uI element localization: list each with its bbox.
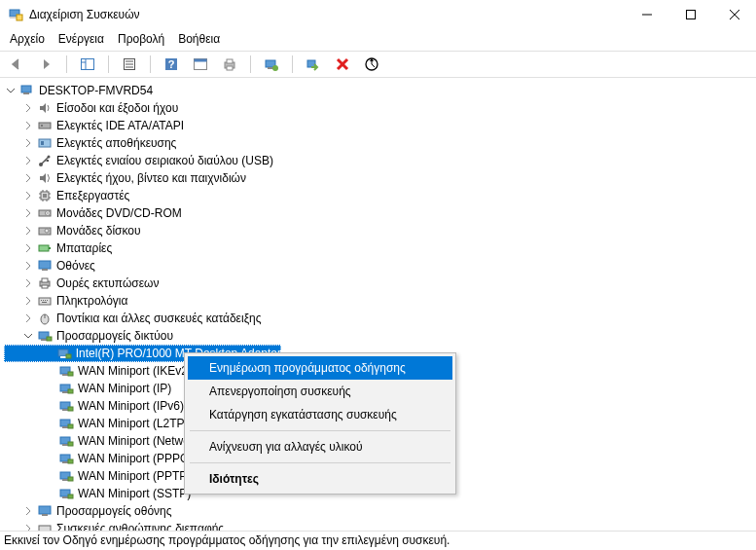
uninstall-device-button[interactable] xyxy=(332,54,353,75)
device-label: WAN Miniport (PPPOE) xyxy=(78,450,200,467)
close-button[interactable] xyxy=(712,0,756,29)
battery-icon xyxy=(37,240,53,256)
svg-rect-77 xyxy=(62,391,68,393)
category-ide[interactable]: Ελεγκτές IDE ATA/ATAPI xyxy=(4,117,752,134)
expand-icon[interactable] xyxy=(21,224,35,238)
device-label: WAN Miniport (SSTP) xyxy=(78,485,191,502)
svg-rect-87 xyxy=(68,442,73,446)
category-audio-io[interactable]: Είσοδοι και έξοδοι ήχου xyxy=(4,99,752,117)
context-scan-hardware[interactable]: Ανίχνευση για αλλαγές υλικού xyxy=(188,435,452,458)
category-storage[interactable]: Ελεγκτές αποθήκευσης xyxy=(4,134,752,152)
show-hide-tree-button[interactable] xyxy=(77,54,98,75)
category-print-queues[interactable]: Ουρές εκτυπώσεων xyxy=(4,275,752,292)
svg-rect-69 xyxy=(47,337,52,341)
toolbar: ? xyxy=(0,51,756,78)
print-button[interactable] xyxy=(219,54,240,75)
expand-icon[interactable] xyxy=(21,189,35,202)
collapse-icon[interactable] xyxy=(4,84,18,97)
category-label: Ελεγκτές ήχου, βίντεο και παιχνιδιών xyxy=(56,169,246,187)
scan-hardware-button[interactable] xyxy=(361,54,382,75)
category-keyboard[interactable]: Πληκτρολόγια xyxy=(4,292,752,310)
category-sound[interactable]: Ελεγκτές ήχου, βίντεο και παιχνιδιών xyxy=(4,169,752,187)
svg-rect-29 xyxy=(23,92,29,94)
category-network[interactable]: Προσαρμογείς δικτύου xyxy=(4,327,752,345)
usb-icon xyxy=(37,153,53,168)
enable-device-button[interactable] xyxy=(303,54,324,75)
expand-icon[interactable] xyxy=(21,504,35,518)
forward-button[interactable] xyxy=(35,54,56,75)
tree-root[interactable]: DESKTOP-FMVRD54 xyxy=(4,82,752,99)
menu-view[interactable]: Προβολή xyxy=(118,32,164,46)
svg-rect-97 xyxy=(39,506,51,514)
expand-icon[interactable] xyxy=(21,259,35,273)
toolbar-separator xyxy=(150,55,151,73)
expand-icon[interactable] xyxy=(21,206,35,220)
cpu-icon xyxy=(37,188,53,203)
keyboard-icon xyxy=(37,293,53,309)
svg-rect-24 xyxy=(307,60,315,67)
expand-icon[interactable] xyxy=(21,119,35,132)
svg-rect-98 xyxy=(42,514,48,516)
collapse-icon[interactable] xyxy=(21,329,35,343)
category-dvd[interactable]: Μονάδες DVD/CD-ROM xyxy=(4,204,752,222)
svg-rect-57 xyxy=(42,278,48,282)
context-item-label: Απενεργοποίηση συσκευής xyxy=(209,385,351,398)
context-update-driver[interactable]: Ενημέρωση προγράμματος οδήγησης xyxy=(188,356,452,380)
category-monitor[interactable]: Οθόνες xyxy=(4,257,752,275)
category-disk[interactable]: Μονάδες δίσκου xyxy=(4,222,752,239)
context-properties[interactable]: Ιδιότητες xyxy=(188,467,452,491)
svg-rect-52 xyxy=(39,245,49,251)
expand-icon[interactable] xyxy=(21,312,35,325)
minimize-button[interactable] xyxy=(625,0,668,29)
tree-root-label: DESKTOP-FMVRD54 xyxy=(39,82,153,99)
computer-icon xyxy=(19,83,35,98)
svg-rect-36 xyxy=(47,160,49,162)
menu-file[interactable]: Αρχείο xyxy=(10,32,45,46)
network-adapter-icon xyxy=(58,486,74,501)
svg-rect-7 xyxy=(82,59,94,70)
category-usb[interactable]: Ελεγκτές ενιαίου σειριακού διαύλου (USB) xyxy=(4,152,752,169)
category-label: Επεξεργαστές xyxy=(56,187,129,204)
svg-point-51 xyxy=(45,229,49,233)
context-disable-device[interactable]: Απενεργοποίηση συσκευής xyxy=(188,380,452,403)
device-label: WAN Miniport (IPv6) xyxy=(78,397,184,415)
expand-icon[interactable] xyxy=(21,276,35,290)
category-label: Μονάδες DVD/CD-ROM xyxy=(56,204,182,222)
svg-rect-4 xyxy=(686,11,695,19)
expand-icon[interactable] xyxy=(21,101,35,115)
category-cpu[interactable]: Επεξεργαστές xyxy=(4,187,752,204)
category-mouse[interactable]: Ποντίκια και άλλες συσκευές κατάδειξης xyxy=(4,310,752,327)
titlebar: Διαχείριση Συσκευών xyxy=(0,0,756,29)
device-label: WAN Miniport (PPTP) xyxy=(78,467,191,485)
svg-rect-28 xyxy=(21,86,31,92)
category-label: Ποντίκια και άλλες συσκευές κατάδειξης xyxy=(56,310,261,327)
svg-rect-84 xyxy=(68,424,73,428)
category-label: Μπαταρίες xyxy=(56,239,112,257)
expand-icon[interactable] xyxy=(21,241,35,255)
expand-icon[interactable] xyxy=(21,294,35,308)
properties-button[interactable] xyxy=(119,54,140,75)
category-display[interactable]: Προσαρμογείς οθόνης xyxy=(4,502,752,520)
expand-icon[interactable] xyxy=(21,154,35,167)
monitor-icon xyxy=(37,258,53,274)
expand-icon[interactable] xyxy=(21,136,35,150)
svg-rect-38 xyxy=(43,194,47,198)
action-button[interactable] xyxy=(190,54,211,75)
svg-rect-62 xyxy=(45,300,46,301)
category-battery[interactable]: Μπαταρίες xyxy=(4,239,752,257)
svg-rect-61 xyxy=(43,300,44,301)
update-driver-button[interactable] xyxy=(261,54,282,75)
menu-help[interactable]: Βοήθεια xyxy=(178,32,220,46)
menu-action[interactable]: Ενέργεια xyxy=(58,32,104,46)
svg-rect-63 xyxy=(47,300,48,301)
svg-rect-80 xyxy=(62,409,68,411)
back-button[interactable] xyxy=(6,54,27,75)
expand-icon[interactable] xyxy=(21,171,35,185)
category-label: Οθόνες xyxy=(56,257,95,275)
help-button[interactable]: ? xyxy=(161,54,182,75)
context-uninstall-device[interactable]: Κατάργηση εγκατάστασης συσκευής xyxy=(188,403,452,426)
device-label: WAN Miniport (IKEv2) xyxy=(78,362,192,380)
disk-icon xyxy=(37,223,53,238)
maximize-button[interactable] xyxy=(668,0,712,29)
network-adapter-icon xyxy=(58,416,74,431)
